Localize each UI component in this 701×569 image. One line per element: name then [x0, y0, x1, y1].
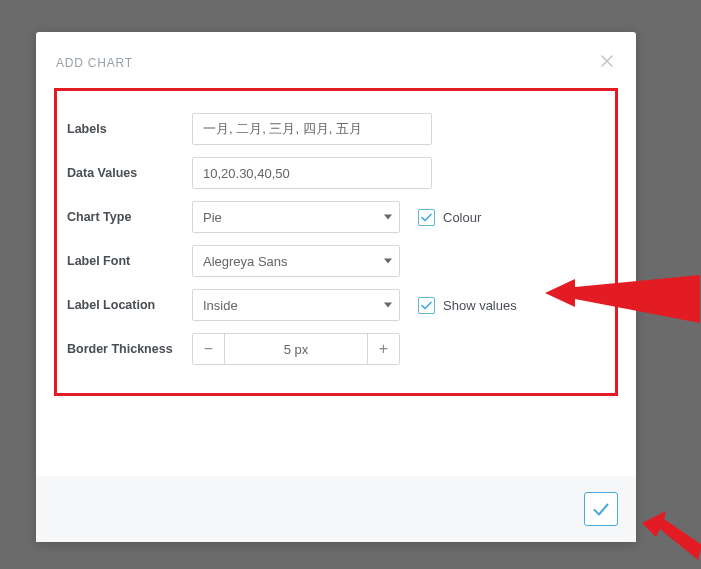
labels-label: Labels	[67, 122, 192, 136]
data-values-label: Data Values	[67, 166, 192, 180]
show-values-label: Show values	[443, 298, 517, 313]
show-values-checkbox-wrap: Show values	[418, 297, 517, 314]
check-icon	[593, 503, 609, 516]
row-chart-type: Chart Type Pie Colour	[67, 201, 593, 233]
svg-marker-1	[642, 511, 701, 560]
confirm-button[interactable]	[584, 492, 618, 526]
stepper-minus-button[interactable]: −	[193, 334, 225, 364]
chart-type-value: Pie	[203, 210, 222, 225]
label-location-value: Inside	[203, 298, 238, 313]
annotation-arrow-icon	[642, 505, 701, 560]
chart-type-select[interactable]: Pie	[192, 201, 400, 233]
row-label-location: Label Location Inside Show values	[67, 289, 593, 321]
stepper-plus-button[interactable]: +	[367, 334, 399, 364]
form-highlight: Labels Data Values Chart Type Pie Colour…	[54, 88, 618, 396]
colour-checkbox-wrap: Colour	[418, 209, 481, 226]
close-icon[interactable]	[598, 52, 616, 70]
label-font-value: Alegreya Sans	[203, 254, 288, 269]
row-border-thickness: Border Thickness − 5 px +	[67, 333, 593, 365]
border-thickness-stepper: − 5 px +	[192, 333, 400, 365]
border-thickness-label: Border Thickness	[67, 342, 192, 356]
label-font-select[interactable]: Alegreya Sans	[192, 245, 400, 277]
labels-input[interactable]	[192, 113, 432, 145]
chart-type-label: Chart Type	[67, 210, 192, 224]
label-location-label: Label Location	[67, 298, 192, 312]
row-label-font: Label Font Alegreya Sans	[67, 245, 593, 277]
row-data-values: Data Values	[67, 157, 593, 189]
show-values-checkbox[interactable]	[418, 297, 435, 314]
label-location-select[interactable]: Inside	[192, 289, 400, 321]
label-font-label: Label Font	[67, 254, 192, 268]
add-chart-modal: ADD CHART Labels Data Values Chart Type …	[36, 32, 636, 542]
row-labels: Labels	[67, 113, 593, 145]
modal-header: ADD CHART	[36, 32, 636, 82]
border-thickness-value: 5 px	[225, 334, 367, 364]
modal-title: ADD CHART	[56, 56, 133, 70]
colour-checkbox[interactable]	[418, 209, 435, 226]
data-values-input[interactable]	[192, 157, 432, 189]
modal-footer	[36, 476, 636, 542]
colour-label: Colour	[443, 210, 481, 225]
